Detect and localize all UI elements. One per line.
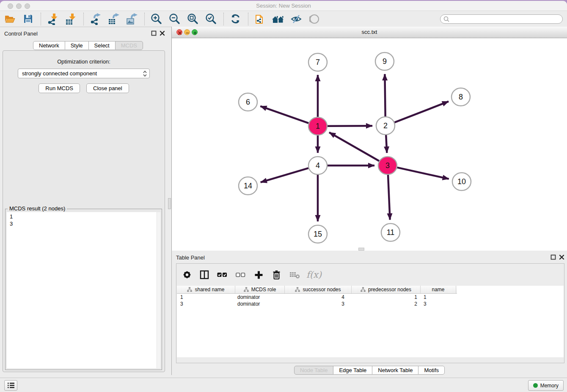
network-graph[interactable]: 7968124314101511	[172, 39, 567, 251]
mcds-result-text[interactable]: 13	[7, 212, 160, 368]
table-cell[interactable]: 3	[421, 301, 456, 307]
function-builder-icon[interactable]: f(x)	[306, 270, 322, 280]
home-icon[interactable]	[272, 13, 284, 25]
edge-4-14[interactable]	[261, 168, 308, 182]
table-tab-network-table[interactable]: Network Table	[372, 366, 418, 375]
zoom-selected-glyph	[205, 13, 217, 25]
toolbar-separator	[41, 13, 41, 25]
criterion-dropdown[interactable]: strongly connected component	[18, 69, 150, 78]
edge-3-10[interactable]	[397, 168, 449, 179]
control-tab-style[interactable]: Style	[65, 41, 89, 50]
memory-status-icon	[533, 383, 538, 388]
table-tab-edge-table[interactable]: Edge Table	[333, 366, 372, 375]
select-all-icon[interactable]	[217, 270, 228, 279]
network-window-titlebar[interactable]: scc.txt	[172, 27, 567, 38]
close-panel-icon[interactable]	[160, 30, 165, 36]
column-header-predecessor-nodes[interactable]: predecessor nodes	[352, 286, 421, 293]
deselect-all-icon[interactable]	[236, 270, 246, 279]
export-network-glyph	[89, 13, 101, 25]
network-document-icon[interactable]	[253, 13, 266, 25]
add-column-icon[interactable]	[254, 270, 264, 280]
export-table-icon[interactable]	[107, 13, 120, 25]
node-label: 1	[316, 122, 320, 130]
table-cell[interactable]: 4	[285, 294, 352, 301]
control-tab-select[interactable]: Select	[88, 41, 116, 50]
control-tab-network[interactable]: Network	[33, 41, 65, 50]
node-label: 3	[385, 161, 390, 170]
edge-2-8[interactable]	[394, 102, 449, 122]
zoom-out-icon[interactable]	[168, 13, 181, 25]
edge-3-1[interactable]	[329, 133, 379, 161]
columns-icon[interactable]	[200, 270, 209, 279]
zoom-in-icon[interactable]	[150, 13, 162, 25]
column-header-shared-name[interactable]: shared name	[177, 286, 235, 293]
delete-column-icon[interactable]	[272, 270, 281, 280]
edge-1-6[interactable]	[260, 106, 308, 123]
eye-icon[interactable]	[308, 13, 321, 25]
export-image-icon[interactable]	[125, 13, 138, 25]
edge-2-9[interactable]	[385, 74, 385, 116]
import-table-icon[interactable]	[64, 13, 77, 25]
mcds-result-title: MCDS result (2 nodes)	[8, 205, 67, 212]
gear-icon[interactable]	[182, 270, 192, 279]
zoom-selected-icon[interactable]	[204, 13, 217, 25]
close-table-panel-icon[interactable]	[559, 254, 564, 260]
float-panel-icon[interactable]	[151, 30, 157, 36]
table-row[interactable]: 1dominator411	[177, 294, 564, 301]
node-3[interactable]: 3	[378, 157, 397, 174]
node-9[interactable]: 9	[375, 52, 394, 70]
search-field[interactable]	[440, 14, 563, 24]
node-7[interactable]: 7	[308, 53, 327, 71]
vertical-splitter-handle[interactable]	[168, 198, 171, 209]
control-panel-title: Control Panel	[4, 30, 38, 37]
table-cell[interactable]: dominator	[235, 294, 285, 301]
control-tab-mcds[interactable]: MCDS	[115, 41, 143, 50]
node-1[interactable]: 1	[308, 117, 327, 135]
table-cell[interactable]: 1	[177, 294, 235, 301]
node-15[interactable]: 15	[308, 225, 327, 243]
table-cell[interactable]: 3	[177, 301, 235, 307]
column-header-MCDS-role[interactable]: MCDS role	[235, 286, 285, 293]
edge-1-2[interactable]	[328, 126, 372, 126]
table-cell[interactable]: 1	[352, 294, 421, 301]
node-4[interactable]: 4	[308, 157, 327, 174]
table-cell[interactable]: 2	[352, 301, 421, 307]
float-table-panel-icon[interactable]	[550, 254, 556, 260]
task-history-button[interactable]	[4, 380, 17, 391]
horizontal-splitter-handle[interactable]	[358, 248, 364, 251]
delete-table-icon[interactable]	[289, 271, 300, 279]
table-cell[interactable]: 1	[421, 294, 456, 301]
edge-2-3[interactable]	[386, 135, 387, 153]
eye-slash-icon[interactable]	[290, 13, 303, 25]
node-14[interactable]: 14	[239, 177, 257, 195]
node-6[interactable]: 6	[239, 93, 257, 111]
node-label: 8	[459, 93, 463, 101]
node-10[interactable]: 10	[452, 173, 471, 190]
zoom-fit-icon[interactable]	[186, 13, 199, 25]
export-network-icon[interactable]	[89, 13, 102, 25]
result-scrollbar[interactable]	[157, 212, 160, 368]
memory-button[interactable]: Memory	[528, 380, 564, 391]
refresh-glyph	[230, 13, 241, 25]
run-mcds-button[interactable]: Run MCDS	[39, 83, 80, 93]
table-cell[interactable]: dominator	[235, 301, 285, 307]
table-tab-node-table[interactable]: Node Table	[294, 366, 334, 375]
refresh-icon[interactable]	[229, 13, 242, 25]
table-cell[interactable]: 3	[285, 301, 352, 307]
node-table[interactable]: shared nameMCDS rolesuccessor nodesprede…	[177, 286, 564, 357]
node-11[interactable]: 11	[381, 224, 400, 241]
table-tab-motifs[interactable]: Motifs	[418, 366, 445, 375]
edge-3-11[interactable]	[388, 175, 390, 220]
network-canvas[interactable]: 7968124314101511	[172, 39, 567, 251]
save-icon[interactable]	[22, 13, 34, 25]
close-panel-button[interactable]: Close panel	[86, 83, 129, 93]
node-8[interactable]: 8	[451, 88, 470, 106]
column-header-successor-nodes[interactable]: successor nodes	[285, 286, 352, 293]
table-row[interactable]: 3dominator323	[177, 301, 564, 307]
search-input[interactable]	[451, 15, 562, 23]
node-2[interactable]: 2	[376, 117, 395, 135]
column-header-name[interactable]: name	[421, 286, 456, 293]
column-header-label: name	[432, 287, 444, 293]
import-network-icon[interactable]	[46, 13, 59, 25]
folder-open-icon[interactable]	[3, 13, 16, 25]
